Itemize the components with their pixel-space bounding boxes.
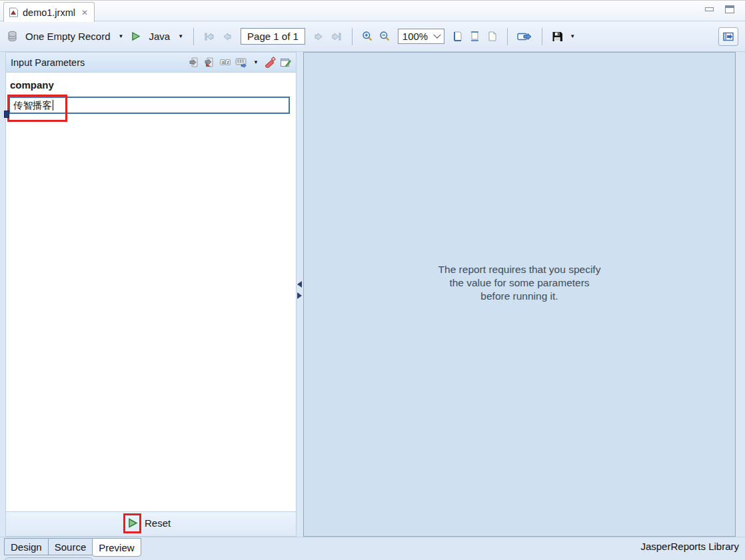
parameters-form: company 传智播客 [6,73,296,511]
close-icon[interactable]: ✕ [81,8,88,17]
save-icon[interactable] [550,30,564,43]
next-page-button[interactable] [311,30,326,43]
save-dropdown-icon[interactable]: ▼ [568,33,577,39]
text-caret [53,100,53,111]
run-icon [127,517,139,529]
collapse-left-icon[interactable] [297,281,302,288]
reset-parameter-icon[interactable] [189,57,200,68]
zoom-level-value: 100% [402,31,428,42]
run-icon [130,31,141,42]
view-window-controls [705,5,734,13]
report-preview-area: The report requires that you specify the… [303,52,736,537]
zoom-out-icon[interactable] [378,29,392,43]
preview-message-line: before running it. [438,290,601,303]
editor-tabstrip: demo1.jrxml ✕ [0,1,745,21]
reset-all-parameters-icon[interactable] [204,57,215,68]
keyboard-dropdown-icon[interactable]: ▼ [251,59,261,65]
tab-preview[interactable]: Preview [92,538,141,557]
export-report-icon[interactable] [516,30,534,43]
input-parameters-title: Input Parameters [11,57,85,68]
editor-mode-bar: Design Source Preview JasperReports Libr… [0,537,745,557]
actual-size-icon[interactable] [485,29,499,43]
statusbar-partial-element [5,557,93,560]
preview-toolbar: One Empty Record ▼ Java ▼ Page 1 of 1 [0,21,745,52]
report-file-icon [9,7,19,17]
input-parameters-panel: Input Parameters a z [5,52,297,537]
input-parameters-toolbar: a z ▼ [189,57,291,68]
editor-tab-demo1[interactable]: demo1.jrxml ✕ [3,2,95,22]
panel-splitter[interactable] [297,52,303,537]
parameter-label-company: company [10,79,54,91]
toolbar-separator [542,28,542,45]
maximize-editor-button[interactable] [718,27,738,46]
preview-message: The report requires that you specify the… [438,263,601,303]
preview-message-line: The report requires that you specify [438,263,601,276]
restore-view-icon [723,32,734,41]
toolbar-separator [352,28,353,45]
fit-page-icon[interactable] [450,29,464,43]
parameter-input-value: 传智播客 [13,99,52,112]
sort-parameters-icon[interactable]: a z [219,57,231,68]
tab-design[interactable]: Design [4,538,49,555]
reset-button[interactable]: Reset [127,517,171,529]
language-dropdown-icon[interactable]: ▼ [176,33,185,39]
jaspersoft-studio-window: demo1.jrxml ✕ One Empty Record ▼ Java ▼ [0,0,745,560]
reset-button-label: Reset [145,517,171,529]
fit-width-icon[interactable] [468,29,482,43]
zoom-level-combo[interactable]: 100% [398,29,444,44]
clear-parameters-icon[interactable] [265,57,276,68]
keyboard-input-icon[interactable] [235,57,247,68]
status-library-label: JasperReports Library [640,541,739,552]
language-selector-label[interactable]: Java [146,31,173,42]
edit-parameters-icon[interactable] [280,57,291,68]
zoom-in-icon[interactable] [361,29,374,43]
toolbar-separator [193,28,194,45]
dataset-dropdown-icon[interactable]: ▼ [117,33,126,39]
dataset-selector-label[interactable]: One Empty Record [23,31,113,42]
toolbar-separator [507,28,508,45]
maximize-icon[interactable] [725,5,734,13]
collapse-right-icon[interactable] [297,292,302,299]
editor-tab-title: demo1.jrxml [23,7,75,18]
reset-bar: Reset [6,511,296,536]
input-parameters-header: Input Parameters a z [6,53,296,73]
tab-source[interactable]: Source [49,538,93,555]
data-adapter-icon [5,29,19,43]
previous-page-button[interactable] [220,30,235,43]
last-page-button[interactable] [329,30,344,43]
first-page-button[interactable] [202,30,217,43]
field-decoration-badge [4,111,9,118]
svg-text:z: z [227,59,229,65]
run-report-button[interactable] [129,29,143,43]
zoom-combo-chevron-icon [434,31,441,38]
parameter-input-company[interactable]: 传智播客 [9,97,290,114]
page-indicator[interactable]: Page 1 of 1 [241,28,305,45]
preview-message-line: the value for some parameters [438,276,601,290]
editor-mode-tabs: Design Source Preview [4,538,141,557]
minimize-icon[interactable] [705,7,714,11]
